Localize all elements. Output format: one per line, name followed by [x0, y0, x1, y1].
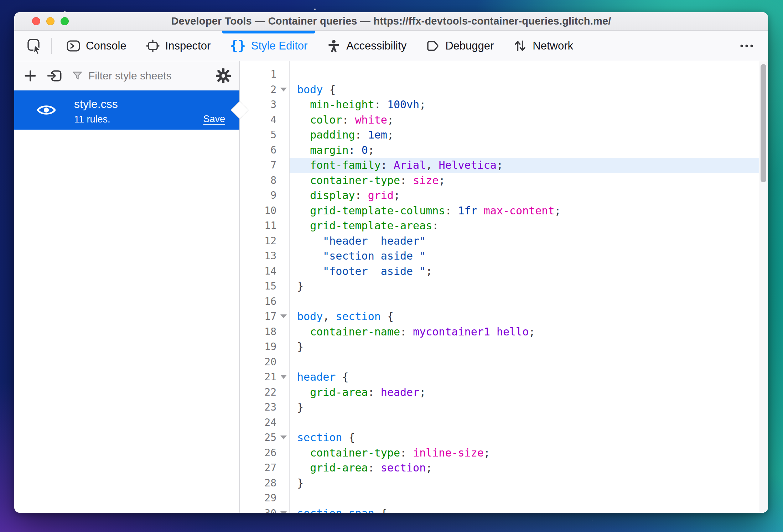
- tab-network[interactable]: Network: [503, 31, 583, 61]
- code-line[interactable]: 27 grid-area: section;: [240, 460, 759, 476]
- code-text[interactable]: "footer aside ";: [289, 264, 759, 279]
- code-text[interactable]: }: [289, 339, 759, 355]
- code-text[interactable]: container-type: inline-size;: [289, 445, 759, 461]
- code-text[interactable]: grid-area: section;: [289, 460, 759, 476]
- code-text[interactable]: [289, 491, 759, 506]
- gear-icon[interactable]: [216, 68, 231, 83]
- code-line[interactable]: 22 grid-area: header;: [240, 385, 759, 400]
- code-line[interactable]: 26 container-type: inline-size;: [240, 445, 759, 461]
- code-text[interactable]: section span {: [289, 506, 759, 513]
- fold-arrow-icon[interactable]: [280, 314, 287, 318]
- code-text-highlighted[interactable]: font-family: Arial, Helvetica;: [289, 158, 759, 173]
- zoom-icon[interactable]: [61, 17, 69, 25]
- line-number: 10: [240, 203, 289, 219]
- code-text[interactable]: [289, 294, 759, 309]
- code-line[interactable]: 10 grid-template-columns: 1fr max-conten…: [240, 203, 759, 219]
- stylesheet-item-selected[interactable]: style.css 11 rules. Save: [14, 90, 239, 130]
- code-text[interactable]: body, section {: [289, 309, 759, 324]
- code-line[interactable]: 18 container-name: mycontainer1 hello;: [240, 324, 759, 340]
- code-line[interactable]: 4 color: white;: [240, 113, 759, 128]
- filter-style-sheets-input[interactable]: [88, 70, 206, 82]
- code-text[interactable]: section {: [289, 430, 759, 445]
- code-line[interactable]: 14 "footer aside ";: [240, 264, 759, 279]
- code-text[interactable]: min-height: 100vh;: [289, 97, 759, 113]
- code-line[interactable]: 1: [240, 67, 759, 82]
- fold-arrow-icon[interactable]: [280, 375, 287, 379]
- line-number: 23: [240, 400, 289, 415]
- code-line[interactable]: 29: [240, 491, 759, 506]
- code-text[interactable]: display: grid;: [289, 188, 759, 203]
- tab-style-editor[interactable]: {} Style Editor: [220, 31, 317, 61]
- code-text[interactable]: body {: [289, 82, 759, 98]
- line-number: 29: [240, 491, 289, 506]
- code-line[interactable]: 21header {: [240, 370, 759, 385]
- network-icon: [513, 39, 527, 53]
- code-line[interactable]: 2body {: [240, 82, 759, 98]
- code-line[interactable]: 19}: [240, 339, 759, 355]
- scrollbar-thumb[interactable]: [761, 64, 766, 182]
- code-line[interactable]: 20: [240, 355, 759, 370]
- code-line[interactable]: 17body, section {: [240, 309, 759, 324]
- code-text[interactable]: }: [289, 476, 759, 491]
- code-line[interactable]: 24: [240, 415, 759, 431]
- line-number: 25: [240, 430, 289, 445]
- code-text[interactable]: }: [289, 279, 759, 294]
- fold-arrow-icon[interactable]: [280, 88, 287, 92]
- code-line[interactable]: 7 font-family: Arial, Helvetica;: [240, 158, 759, 173]
- code-line[interactable]: 12 "header header": [240, 234, 759, 249]
- code-line[interactable]: 15}: [240, 279, 759, 294]
- import-stylesheet-button[interactable]: [47, 69, 62, 83]
- code-text[interactable]: [289, 415, 759, 431]
- tab-label: Style Editor: [251, 40, 308, 52]
- code-line[interactable]: 16: [240, 294, 759, 309]
- code-line[interactable]: 3 min-height: 100vh;: [240, 97, 759, 113]
- code-text[interactable]: [289, 355, 759, 370]
- code-line[interactable]: 28}: [240, 476, 759, 491]
- eye-icon[interactable]: [36, 103, 56, 117]
- code-text[interactable]: "section aside ": [289, 249, 759, 264]
- line-number: 7: [240, 158, 289, 173]
- code-text[interactable]: container-type: size;: [289, 173, 759, 188]
- code-text[interactable]: }: [289, 400, 759, 415]
- new-stylesheet-button[interactable]: [24, 69, 37, 83]
- close-icon[interactable]: [32, 17, 40, 25]
- code-text[interactable]: color: white;: [289, 113, 759, 128]
- code-line[interactable]: 6 margin: 0;: [240, 143, 759, 158]
- tab-debugger[interactable]: Debugger: [416, 31, 503, 61]
- code-line[interactable]: 30section span {: [240, 506, 759, 513]
- code-line[interactable]: 5 padding: 1em;: [240, 127, 759, 143]
- debugger-icon: [426, 39, 440, 53]
- code-text[interactable]: grid-template-areas:: [289, 218, 759, 234]
- line-number: 15: [240, 279, 289, 294]
- code-line[interactable]: 13 "section aside ": [240, 249, 759, 264]
- code-text[interactable]: header {: [289, 370, 759, 385]
- code-text[interactable]: grid-template-columns: 1fr max-content;: [289, 203, 759, 219]
- code-line[interactable]: 9 display: grid;: [240, 188, 759, 203]
- minimize-icon[interactable]: [46, 17, 55, 25]
- css-source-editor[interactable]: 12body {3 min-height: 100vh;4 color: whi…: [240, 61, 768, 513]
- code-text[interactable]: "header header": [289, 234, 759, 249]
- code-text[interactable]: [289, 67, 759, 82]
- line-number: 11: [240, 218, 289, 234]
- line-number: 28: [240, 476, 289, 491]
- fold-arrow-icon[interactable]: [280, 511, 287, 513]
- code-text[interactable]: grid-area: header;: [289, 385, 759, 400]
- code-line[interactable]: 25section {: [240, 430, 759, 445]
- code-line[interactable]: 11 grid-template-areas:: [240, 218, 759, 234]
- tab-accessibility[interactable]: Accessibility: [317, 31, 416, 61]
- code-text[interactable]: container-name: mycontainer1 hello;: [289, 324, 759, 340]
- line-number: 18: [240, 324, 289, 340]
- code-line[interactable]: 8 container-type: size;: [240, 173, 759, 188]
- tab-console[interactable]: Console: [57, 31, 136, 61]
- save-link[interactable]: Save: [203, 114, 225, 125]
- more-tools-button[interactable]: [735, 31, 758, 61]
- pick-element-button[interactable]: [23, 31, 46, 61]
- editor-scrollbar[interactable]: [759, 61, 768, 513]
- line-number: 21: [240, 370, 289, 385]
- fold-arrow-icon[interactable]: [280, 435, 287, 439]
- tab-inspector[interactable]: Inspector: [136, 31, 221, 61]
- code-text[interactable]: padding: 1em;: [289, 127, 759, 143]
- code-text[interactable]: margin: 0;: [289, 143, 759, 158]
- code-lines: 12body {3 min-height: 100vh;4 color: whi…: [240, 61, 768, 513]
- code-line[interactable]: 23}: [240, 400, 759, 415]
